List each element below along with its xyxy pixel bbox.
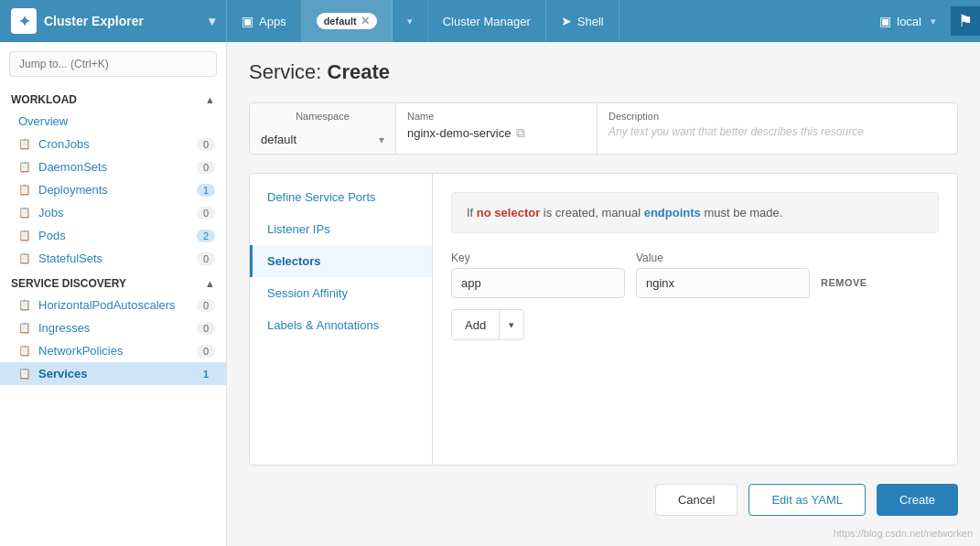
title-action: Create — [328, 60, 390, 83]
nav-tab-cluster-manager[interactable]: Cluster Manager — [428, 0, 546, 42]
name-label: Name — [407, 111, 586, 122]
hpa-icon: 📋 — [18, 299, 31, 311]
namespace-chevron-icon[interactable]: ▾ — [379, 134, 384, 146]
workload-label: Workload — [11, 93, 77, 106]
statefulsets-icon: 📋 — [18, 252, 31, 264]
sidebar-section-workload[interactable]: Workload ▲ — [0, 86, 226, 110]
nav-tab-shell[interactable]: ➤ Shell — [546, 0, 619, 42]
expand-chevron-icon: ▾ — [407, 16, 413, 27]
add-button[interactable]: Add — [452, 312, 499, 338]
networkpolicies-icon: 📋 — [18, 345, 31, 357]
brand-icon: ✦ — [11, 8, 37, 34]
nav-tab-apps[interactable]: ▣ Apps — [227, 0, 302, 42]
cronjobs-icon: 📋 — [18, 138, 31, 150]
jobs-label: 📋 Jobs — [18, 206, 63, 219]
close-tab-icon[interactable]: ✕ — [361, 15, 370, 27]
apps-label: Apps — [259, 15, 286, 28]
networkpolicies-badge: 0 — [197, 345, 215, 358]
value-input[interactable] — [636, 268, 810, 298]
namespace-label: Namespace — [296, 111, 350, 122]
nav-item-define-service-ports[interactable]: Define Service Ports — [250, 181, 432, 213]
edit-yaml-button[interactable]: Edit as YAML — [748, 484, 866, 516]
brand-chevron-icon[interactable]: ▾ — [209, 14, 215, 28]
sidebar: Workload ▲ Overview 📋 CronJobs 0 📋 Daemo… — [0, 42, 227, 546]
sidebar-item-cronjobs[interactable]: 📋 CronJobs 0 — [0, 133, 226, 155]
local-label: local — [897, 15, 921, 28]
cronjobs-label: 📋 CronJobs — [18, 137, 90, 151]
key-input[interactable] — [451, 268, 625, 298]
nav-item-selectors[interactable]: Selectors — [250, 245, 432, 277]
cluster-manager-label: Cluster Manager — [443, 15, 531, 28]
daemonsets-icon: 📋 — [18, 161, 31, 173]
add-chevron-icon[interactable]: ▾ — [500, 313, 523, 337]
name-value-group: nginx-demo-service ⧉ — [407, 125, 586, 141]
deployments-icon: 📋 — [18, 184, 31, 196]
nav-item-labels-annotations[interactable]: Labels & Annotations — [250, 309, 432, 341]
description-label: Description — [608, 111, 946, 122]
name-value: nginx-demo-service — [407, 126, 511, 140]
services-badge: 1 — [197, 368, 215, 380]
cronjobs-badge: 0 — [197, 138, 215, 151]
sidebar-item-ingresses[interactable]: 📋 Ingresses 0 — [0, 316, 226, 339]
apps-icon: ▣ — [242, 14, 253, 28]
services-label: 📋 Services — [18, 367, 88, 380]
service-discovery-chevron-icon: ▲ — [205, 278, 215, 289]
namespace-value: default — [261, 133, 296, 146]
pods-badge: 2 — [197, 230, 215, 242]
panel-content: If no selector is created, manual endpoi… — [433, 174, 957, 465]
services-icon: 📋 — [18, 368, 31, 380]
panel-nav: Define Service Ports Listener IPs Select… — [250, 174, 433, 465]
top-nav: ✦ Cluster Explorer ▾ ▣ Apps default ✕ ▾ … — [0, 0, 980, 42]
nav-tab-local[interactable]: ▣ local ▾ — [865, 14, 951, 28]
sidebar-item-daemonsets[interactable]: 📋 DaemonSets 0 — [0, 155, 226, 178]
nav-chevron-expand[interactable]: ▾ — [393, 0, 428, 42]
description-placeholder: Any text you want that better describes … — [608, 125, 946, 138]
value-group: Value — [636, 252, 810, 298]
sidebar-item-horizontalpodautoscalers[interactable]: 📋 HorizontalPodAutoscalers 0 — [0, 294, 226, 316]
copy-icon[interactable]: ⧉ — [516, 125, 525, 141]
local-chevron-icon[interactable]: ▾ — [931, 16, 936, 27]
ingresses-label: 📋 Ingresses — [18, 321, 90, 335]
info-endpoints: endpoints — [644, 206, 701, 219]
service-discovery-label: Service Discovery — [11, 277, 126, 290]
content-area: Service: Create Namespace default ▾ Name… — [227, 42, 980, 546]
value-label: Value — [636, 252, 810, 264]
sidebar-item-pods[interactable]: 📋 Pods 2 — [0, 224, 226, 247]
sidebar-item-jobs[interactable]: 📋 Jobs 0 — [0, 201, 226, 224]
kv-row: Key Value REMOVE — [451, 252, 939, 298]
sidebar-item-services[interactable]: 📋 Services 1 — [0, 362, 226, 385]
brand[interactable]: ✦ Cluster Explorer ▾ — [0, 0, 227, 42]
description-field[interactable]: Description Any text you want that bette… — [598, 103, 957, 154]
jobs-badge: 0 — [197, 207, 215, 219]
create-button[interactable]: Create — [877, 484, 958, 516]
sidebar-section-service-discovery[interactable]: Service Discovery ▲ — [0, 270, 226, 294]
local-icon: ▣ — [879, 14, 891, 28]
search-input[interactable] — [9, 51, 217, 77]
page-title: Service: Create — [249, 60, 958, 84]
ingresses-badge: 0 — [197, 322, 215, 335]
sidebar-item-overview[interactable]: Overview — [0, 110, 226, 133]
nav-item-listener-ips[interactable]: Listener IPs — [250, 213, 432, 245]
namespace-field[interactable]: Namespace default ▾ — [250, 103, 396, 154]
info-selector: selector — [491, 206, 540, 219]
sidebar-item-statefulsets[interactable]: 📋 StatefulSets 0 — [0, 247, 226, 270]
nav-item-session-affinity[interactable]: Session Affinity — [250, 277, 432, 309]
namespace-select[interactable]: default ▾ — [261, 133, 384, 146]
nav-tabs: ▣ Apps default ✕ ▾ Cluster Manager ➤ She… — [227, 0, 980, 42]
jobs-icon: 📋 — [18, 207, 31, 219]
sidebar-item-networkpolicies[interactable]: 📋 NetworkPolicies 0 — [0, 339, 226, 362]
nav-tab-default[interactable]: default ✕ — [302, 0, 393, 42]
remove-button[interactable]: REMOVE — [821, 277, 867, 288]
info-no: no — [477, 206, 491, 219]
daemonsets-badge: 0 — [197, 161, 215, 174]
hpa-badge: 0 — [197, 299, 215, 312]
daemonsets-label: 📋 DaemonSets — [18, 160, 107, 174]
sidebar-item-deployments[interactable]: 📋 Deployments 1 — [0, 178, 226, 201]
main-layout: Workload ▲ Overview 📋 CronJobs 0 📋 Daemo… — [0, 42, 980, 546]
hpa-label: 📋 HorizontalPodAutoscalers — [18, 298, 176, 312]
cancel-button[interactable]: Cancel — [655, 484, 738, 516]
name-field[interactable]: Name nginx-demo-service ⧉ — [396, 103, 598, 154]
title-prefix: Service: — [249, 60, 321, 83]
brand-title: Cluster Explorer — [44, 14, 144, 28]
pods-icon: 📋 — [18, 230, 31, 241]
